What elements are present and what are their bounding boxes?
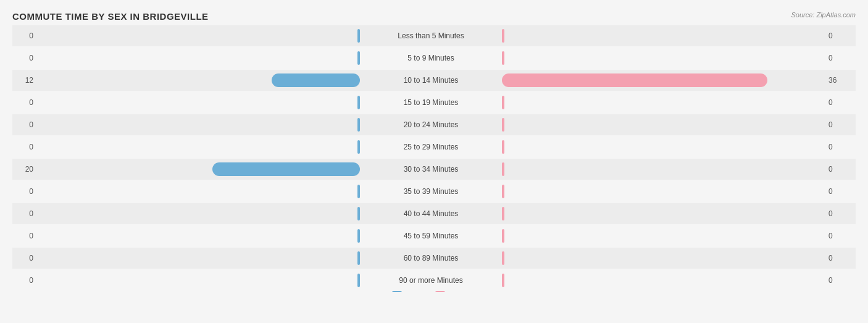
female-value: 0 [825,98,856,107]
female-bar [502,251,504,265]
chart-container: COMMUTE TIME BY SEX IN BRIDGEVILLE Sourc… [0,0,868,323]
female-bar-container [502,162,825,176]
table-row: 0 40 to 44 Minutes 0 [12,203,856,224]
male-bar-container [37,229,360,243]
male-value: 20 [12,165,37,174]
table-row: 0 Less than 5 Minutes 0 [12,25,856,46]
male-value: 0 [12,98,37,107]
male-bar-container [37,140,360,154]
female-bar-container [502,274,825,287]
female-bar [502,185,504,198]
male-value: 0 [12,31,37,40]
male-bar-container [37,29,360,43]
bar-section: 40 to 44 Minutes [37,203,825,224]
bars-wrapper: 90 or more Minutes [37,272,825,288]
female-bar-container [502,140,825,154]
bar-section: 5 to 9 Minutes [37,48,825,69]
female-bar-container [502,185,825,198]
male-value: 0 [12,254,37,262]
female-bar [502,73,767,87]
bars-wrapper: 30 to 34 Minutes [37,161,825,177]
chart-source: Source: ZipAtlas.com [791,11,856,19]
table-row: 0 60 to 89 Minutes 0 [12,248,856,269]
bar-section: Less than 5 Minutes [37,25,825,46]
male-bar-container [37,185,360,198]
chart-area: 0 Less than 5 Minutes 0 0 5 to 9 Minutes [12,25,856,279]
table-row: 0 25 to 29 Minutes 0 [12,136,856,157]
bars-wrapper: 45 to 59 Minutes [37,228,825,244]
bar-section: 20 to 24 Minutes [37,114,825,135]
female-bar-container [502,29,825,43]
bars-wrapper: 60 to 89 Minutes [37,250,825,266]
row-label: 30 to 34 Minutes [360,165,502,174]
female-bar-container [502,229,825,243]
row-label: 25 to 29 Minutes [360,143,502,151]
male-value: 0 [12,54,37,62]
male-bar [272,73,360,87]
row-label: 40 to 44 Minutes [360,209,502,218]
row-label: 10 to 14 Minutes [360,76,502,85]
table-row: 0 15 to 19 Minutes 0 [12,92,856,113]
bar-section: 25 to 29 Minutes [37,136,825,157]
female-bar-container [502,118,825,132]
bars-wrapper: 10 to 14 Minutes [37,72,825,88]
row-label: 60 to 89 Minutes [360,254,502,262]
male-bar [212,162,360,176]
female-bar [502,229,504,243]
female-bar-container [502,207,825,220]
female-bar [502,51,504,65]
female-bar-container [502,251,825,265]
row-label: 35 to 39 Minutes [360,187,502,196]
female-bar [502,207,504,220]
table-row: 20 30 to 34 Minutes 0 [12,159,856,180]
row-label: 45 to 59 Minutes [360,232,502,240]
bar-section: 15 to 19 Minutes [37,92,825,113]
bar-section: 90 or more Minutes [37,270,825,291]
female-bar-container [502,96,825,109]
male-bar-container [37,162,360,176]
male-value: 0 [12,209,37,218]
table-row: 0 45 to 59 Minutes 0 [12,225,856,246]
bars-wrapper: 25 to 29 Minutes [37,139,825,155]
male-bar-container [37,274,360,287]
female-value: 0 [825,120,856,129]
bar-section: 10 to 14 Minutes [37,70,825,91]
row-label: Less than 5 Minutes [360,31,502,40]
male-value: 0 [12,232,37,240]
male-value: 0 [12,187,37,196]
bars-wrapper: 35 to 39 Minutes [37,183,825,199]
female-bar [502,118,504,132]
male-bar-container [37,73,360,87]
female-value: 0 [825,165,856,174]
female-bar [502,274,504,287]
female-value: 0 [825,276,856,285]
female-bar [502,162,504,176]
bar-section: 60 to 89 Minutes [37,248,825,269]
female-bar [502,29,504,43]
table-row: 0 90 or more Minutes 0 [12,270,856,291]
female-bar-container [502,73,825,87]
bars-wrapper: 15 to 19 Minutes [37,94,825,111]
female-value: 0 [825,143,856,151]
female-value: 0 [825,31,856,40]
male-value: 0 [12,143,37,151]
female-bar [502,96,504,109]
male-value: 12 [12,76,37,85]
male-value: 0 [12,276,37,285]
bar-section: 35 to 39 Minutes [37,181,825,202]
male-bar-container [37,251,360,265]
bars-wrapper: Less than 5 Minutes [37,28,825,44]
bar-section: 30 to 34 Minutes [37,159,825,180]
female-value: 0 [825,187,856,196]
male-bar-container [37,207,360,220]
female-bar-container [502,51,825,65]
row-label: 20 to 24 Minutes [360,120,502,129]
female-value: 0 [825,54,856,62]
table-row: 0 20 to 24 Minutes 0 [12,114,856,135]
table-row: 0 5 to 9 Minutes 0 [12,48,856,69]
female-value: 0 [825,254,856,262]
row-label: 15 to 19 Minutes [360,98,502,107]
bars-wrapper: 5 to 9 Minutes [37,50,825,66]
female-bar [502,140,504,154]
table-row: 12 10 to 14 Minutes 36 [12,70,856,91]
